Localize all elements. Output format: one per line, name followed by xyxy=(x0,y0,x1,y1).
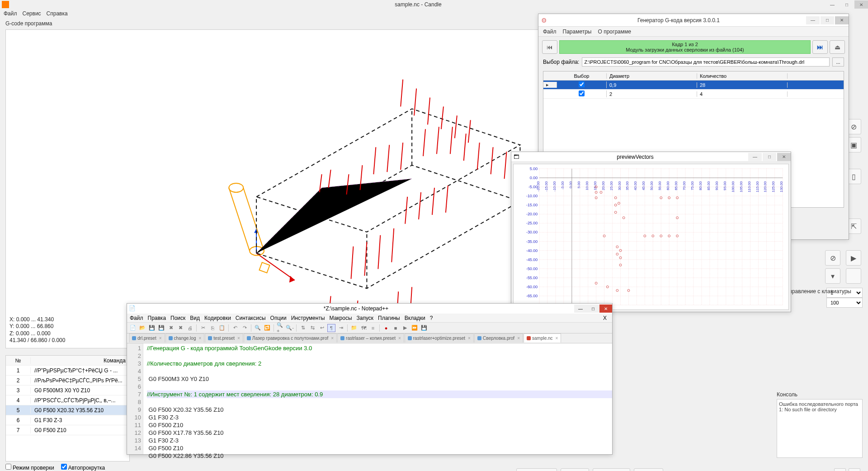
menu-help[interactable]: Справка xyxy=(47,10,68,17)
drill-table-row[interactable]: ▸0,928 xyxy=(543,81,844,90)
find-icon[interactable]: 🔍 xyxy=(254,324,262,332)
gcode-table[interactable]: № Команда 1//Р"РµРЅРµСЂР°С†+РёСЏ G - ...… xyxy=(5,355,130,461)
abort-button[interactable]: Прервать xyxy=(593,468,630,471)
table-row[interactable]: 6G1 F30 Z-3 xyxy=(6,415,129,425)
browse-button[interactable]: ... xyxy=(832,57,844,67)
copy-icon[interactable]: ⎘ xyxy=(208,324,217,332)
sync-v-icon[interactable]: ⇅ xyxy=(299,324,307,332)
menu-service[interactable]: Сервис xyxy=(23,10,41,17)
close-all-icon[interactable]: ✖ xyxy=(176,324,184,332)
blank-icon[interactable] xyxy=(846,268,861,284)
autoscroll-checkbox[interactable]: Автопрокрутка xyxy=(61,464,105,471)
close-button[interactable]: ✕ xyxy=(854,0,868,9)
viewport-3d[interactable]: X: 0.000 ... 41.340 Y: 0.000 ... 66.860 … xyxy=(5,29,539,348)
pause-button[interactable]: Пауза xyxy=(561,468,589,471)
npp-menu-options[interactable]: Опции xyxy=(270,315,287,321)
file-path-input[interactable] xyxy=(582,57,830,67)
down-icon[interactable]: ▾ xyxy=(825,268,840,284)
npp-menu-macros[interactable]: Макросы xyxy=(330,315,352,321)
play-macro-icon[interactable]: ▶ xyxy=(401,324,409,332)
preview-chart[interactable]: -20.00-15.00-10.00-5.000.005.0010.0015.0… xyxy=(513,164,789,310)
npp-editor[interactable]: 1234567891011121314 //Генерация G - кода… xyxy=(127,343,612,454)
step-prev-icon[interactable]: ⏮ xyxy=(542,40,557,54)
npp-menu-tools[interactable]: Инструменты xyxy=(291,315,325,321)
npp-menu-encoding[interactable]: Кодировки xyxy=(204,315,231,321)
open-file-icon[interactable]: 📂 xyxy=(138,324,146,332)
small-btn-1[interactable] xyxy=(834,468,846,471)
npp-menu-x[interactable]: X xyxy=(600,315,609,321)
play-icon[interactable]: ▶ xyxy=(846,250,861,266)
zoom-out-icon[interactable]: 🔍- xyxy=(286,324,294,332)
npp-tab[interactable]: change.log× xyxy=(165,333,205,343)
ggen-close[interactable]: ✕ xyxy=(835,16,849,24)
code-area[interactable]: //Генерация G - кода программой ToolsGen… xyxy=(143,343,612,454)
npp-menu-tabs[interactable]: Вкладки xyxy=(405,315,425,321)
undo-icon[interactable]: ↶ xyxy=(231,324,239,332)
npp-tab[interactable]: sample.nc× xyxy=(524,333,561,343)
npp-menu-file[interactable]: Файл xyxy=(130,315,143,321)
menu-file[interactable]: Файл xyxy=(4,10,17,17)
table-row[interactable]: 1//Р"РµРЅРµСЂР°С†+РёСЏ G - ... xyxy=(6,366,129,376)
close-tab-icon[interactable]: ✖ xyxy=(167,324,175,332)
maximize-button[interactable]: □ xyxy=(840,0,854,9)
npp-tab[interactable]: rastrlaser – копия.preset× xyxy=(337,333,404,343)
npp-tab[interactable]: Лазер гравировка с полутонами.prof× xyxy=(244,333,337,343)
feed-dropdown[interactable]: 100 xyxy=(826,298,863,308)
ggen-menu-about[interactable]: О программе xyxy=(598,29,631,35)
step-next-icon[interactable]: ⏭ xyxy=(812,40,828,54)
send-button[interactable]: Отправить xyxy=(516,468,557,471)
npp-tab[interactable]: Сверловка.prof× xyxy=(474,333,523,343)
pv-close[interactable]: ✕ xyxy=(777,153,791,161)
console-output[interactable]: Ошибка последовательного порта 1: No suc… xyxy=(777,399,863,458)
drill-table-row[interactable]: 24 xyxy=(543,90,844,99)
play-multi-icon[interactable]: ⏩ xyxy=(410,324,419,332)
sync-h-icon[interactable]: ⇆ xyxy=(308,324,316,332)
save-macro-icon[interactable]: 💾 xyxy=(420,324,428,332)
redo-icon[interactable]: ↷ xyxy=(241,324,249,332)
preview-vectors-window[interactable]: 🗔 previewVectors — □ ✕ -20.00-15.00-10.0… xyxy=(511,152,791,312)
npp-tab[interactable]: test.preset× xyxy=(205,333,243,343)
reset-button[interactable]: Сброс xyxy=(634,468,663,471)
npp-menu-search[interactable]: Поиск xyxy=(170,315,185,321)
wrap-icon[interactable]: ↩ xyxy=(318,324,326,332)
stop-icon[interactable]: ⊘ xyxy=(825,250,840,266)
minimize-button[interactable]: — xyxy=(826,0,839,9)
npp-menu-view[interactable]: Вид xyxy=(190,315,200,321)
step-eject-icon[interactable]: ⏏ xyxy=(830,40,845,54)
npp-menu-plugins[interactable]: Плагины xyxy=(378,315,400,321)
save-all-icon[interactable]: 💾 xyxy=(157,324,165,332)
indent-icon[interactable]: ⇥ xyxy=(337,324,345,332)
func-list-icon[interactable]: ≡ xyxy=(369,324,377,332)
npp-menu-syntax[interactable]: Синтаксисы xyxy=(236,315,266,321)
table-row[interactable]: 4//Р"РЅСЃС‚,СЃСЂРјРµРјС‚, в,–... xyxy=(6,395,129,405)
new-file-icon[interactable]: 📄 xyxy=(129,324,137,332)
npp-tab[interactable]: drl.preset× xyxy=(129,333,165,343)
npp-menu-help[interactable]: ? xyxy=(430,315,433,321)
table-row[interactable]: 2//РљРѕР»РёС‡РµСЃС‚,РІРѕ РґРё... xyxy=(6,376,129,385)
npp-tab[interactable]: rastrlaser+optimize.preset× xyxy=(405,333,474,343)
paste-icon[interactable]: 📋 xyxy=(218,324,226,332)
table-row[interactable]: 3G0 F500M3 X0 Y0 Z10 xyxy=(6,385,129,395)
table-row[interactable]: 7G0 F500 Z10 xyxy=(6,425,129,435)
check-mode-checkbox[interactable]: Режим проверки xyxy=(5,464,54,471)
npp-maximize[interactable]: □ xyxy=(587,304,599,313)
npp-minimize[interactable]: — xyxy=(574,304,587,313)
ggen-minimize[interactable]: — xyxy=(806,16,820,24)
pv-maximize[interactable]: □ xyxy=(763,153,776,161)
npp-close[interactable]: ✕ xyxy=(599,304,612,313)
print-icon[interactable]: 🖨 xyxy=(186,324,194,332)
npp-menu-edit[interactable]: Правка xyxy=(148,315,166,321)
save-icon[interactable]: 💾 xyxy=(148,324,156,332)
doc-map-icon[interactable]: 🗺 xyxy=(359,324,368,332)
ggen-menu-file[interactable]: Файл xyxy=(543,29,557,35)
cut-icon[interactable]: ✂ xyxy=(199,324,207,332)
npp-menu-run[interactable]: Запуск xyxy=(357,315,374,321)
ggen-maximize[interactable]: □ xyxy=(821,16,834,24)
zoom-in-icon[interactable]: 🔍+ xyxy=(276,324,284,332)
replace-icon[interactable]: 🔁 xyxy=(263,324,271,332)
table-row[interactable]: 5G0 F500 X20.32 Y35.56 Z10 xyxy=(6,405,129,415)
pv-minimize[interactable]: — xyxy=(748,153,762,161)
ggen-menu-params[interactable]: Параметры xyxy=(563,29,592,35)
notepadpp-window[interactable]: 📄 *Z:\sample.nc - Notepad++ — □ ✕ Файл П… xyxy=(127,303,613,455)
folder-icon[interactable]: 📁 xyxy=(350,324,358,332)
